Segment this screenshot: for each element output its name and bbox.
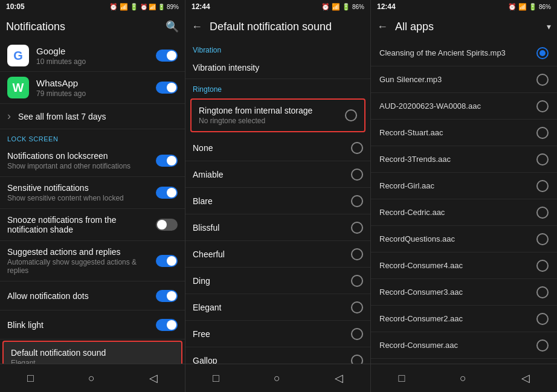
sound-none-label: None bbox=[193, 143, 351, 153]
aud-radio[interactable] bbox=[536, 100, 549, 112]
whatsapp-app-icon: W bbox=[7, 77, 29, 98]
app-item-whatsapp[interactable]: W WhatsApp 79 minutes ago bbox=[0, 72, 185, 104]
snooze-info: Snooze notifications from the notificati… bbox=[7, 215, 156, 234]
alarm-icon-2: ⏰ bbox=[321, 3, 330, 11]
dropdown-icon[interactable]: ▾ bbox=[547, 22, 551, 31]
app-sound-cleansing[interactable]: Cleansing of the Ancient Spirits.mp3 bbox=[371, 40, 557, 66]
lockscreen-toggle[interactable] bbox=[156, 155, 178, 167]
app-sound-gun[interactable]: Gun Silencer.mp3 bbox=[371, 66, 557, 93]
app-sound-aud[interactable]: AUD-20200623-WA0008.aac bbox=[371, 93, 557, 120]
sound-elegant-radio[interactable] bbox=[351, 301, 363, 313]
whatsapp-app-info: WhatsApp 79 minutes ago bbox=[36, 78, 156, 98]
signal-icon: 📶 bbox=[120, 3, 128, 11]
default-sound-title: Default notification sound bbox=[11, 348, 174, 358]
blink-toggle[interactable] bbox=[156, 319, 178, 331]
sound-none[interactable]: None bbox=[185, 135, 370, 161]
sound-none-radio[interactable] bbox=[351, 142, 363, 154]
sound-content: Vibration Vibration intensity Ringtone R… bbox=[185, 40, 370, 364]
app-sound-girl[interactable]: Record-Girl.aac bbox=[371, 173, 557, 199]
sound-blissful[interactable]: Blissful bbox=[185, 214, 370, 241]
snooze-toggle[interactable] bbox=[156, 219, 178, 231]
consumer2-radio[interactable] bbox=[536, 313, 549, 325]
sound-ding[interactable]: Ding bbox=[185, 268, 370, 294]
battery-pct-1: ⏰ 📶 🔋 89% bbox=[140, 4, 179, 10]
stuart-radio[interactable] bbox=[536, 127, 549, 139]
nav-circle-3[interactable]: ○ bbox=[448, 370, 478, 387]
vibration-intensity-item[interactable]: Vibration intensity bbox=[185, 57, 370, 79]
suggested-toggle[interactable] bbox=[156, 255, 178, 267]
app-sound-questions[interactable]: RecordQuestions.aac bbox=[371, 226, 557, 252]
see-all-label: See all from last 7 days bbox=[18, 112, 106, 121]
google-app-name: Google bbox=[36, 46, 156, 56]
app-sound-3trends[interactable]: Record-3Trends.aac bbox=[371, 146, 557, 173]
app-item-google[interactable]: G Google 10 minutes ago bbox=[0, 40, 185, 72]
consumer2-label: Record-Consumer2.aac bbox=[379, 314, 536, 323]
nav-home-3[interactable]: □ bbox=[386, 370, 417, 387]
default-sound-setting[interactable]: Default notification sound Elegant bbox=[2, 341, 182, 364]
snooze-setting[interactable]: Snooze notifications from the notificati… bbox=[0, 209, 185, 241]
ringtone-internal-radio[interactable] bbox=[345, 109, 357, 121]
search-icon[interactable]: 🔍 bbox=[166, 20, 179, 33]
app-sound-consumer2[interactable]: Record-Consumer2.aac bbox=[371, 306, 557, 332]
see-all-item[interactable]: › See all from last 7 days bbox=[0, 104, 185, 129]
back-arrow-3[interactable]: ← bbox=[377, 21, 388, 33]
whatsapp-toggle[interactable] bbox=[156, 82, 178, 94]
dots-setting[interactable]: Allow notification dots bbox=[0, 281, 185, 310]
sensitive-toggle[interactable] bbox=[156, 187, 178, 199]
consumer4-radio[interactable] bbox=[536, 260, 549, 272]
sound-cheerful-radio[interactable] bbox=[351, 248, 363, 260]
bottom-nav-1: □ ○ ◁ bbox=[0, 364, 185, 392]
consumer3-radio[interactable] bbox=[536, 286, 549, 298]
whatsapp-app-name: WhatsApp bbox=[36, 78, 156, 88]
google-toggle[interactable] bbox=[156, 50, 178, 62]
sound-gallop-radio[interactable] bbox=[351, 355, 363, 364]
3trends-radio[interactable] bbox=[536, 153, 549, 165]
sound-ding-radio[interactable] bbox=[351, 275, 363, 287]
app-sound-consumer3[interactable]: Record-Consumer3.aac bbox=[371, 279, 557, 306]
sound-amiable[interactable]: Amiable bbox=[185, 161, 370, 188]
sound-free[interactable]: Free bbox=[185, 321, 370, 347]
ringtone-internal-item[interactable]: Ringtone from internal storage No ringto… bbox=[190, 98, 365, 132]
sound-blissful-radio[interactable] bbox=[351, 222, 363, 234]
nav-home-1[interactable]: □ bbox=[15, 370, 46, 387]
sound-gallop[interactable]: Gallop bbox=[185, 347, 370, 364]
battery-pct-3: 86% bbox=[539, 4, 551, 10]
dots-toggle[interactable] bbox=[156, 290, 178, 302]
nav-circle-2[interactable]: ○ bbox=[262, 370, 292, 387]
lockscreen-info: Notifications on lockscreen Show importa… bbox=[7, 151, 156, 170]
sound-blare-radio[interactable] bbox=[351, 195, 363, 207]
app-sound-ahdb2[interactable]: Record-AHDB2.aac bbox=[371, 359, 557, 364]
girl-radio[interactable] bbox=[536, 180, 549, 192]
aud-label: AUD-20200623-WA0008.aac bbox=[379, 101, 536, 111]
blink-setting[interactable]: Blink light bbox=[0, 310, 185, 339]
consumer-radio[interactable] bbox=[536, 339, 549, 352]
sound-amiable-radio[interactable] bbox=[351, 169, 363, 181]
sensitive-info: Sensitive notifications Show sensitive c… bbox=[7, 183, 156, 202]
cleansing-radio[interactable] bbox=[536, 47, 549, 59]
sound-free-radio[interactable] bbox=[351, 328, 363, 340]
signal-icon-3: 📶 bbox=[518, 3, 527, 11]
app-sound-consumer4[interactable]: Record-Consumer4.aac bbox=[371, 252, 557, 279]
sound-blissful-label: Blissful bbox=[193, 223, 351, 233]
notifications-content: G Google 10 minutes ago W WhatsApp 79 mi… bbox=[0, 40, 185, 364]
nav-circle-1[interactable]: ○ bbox=[76, 370, 107, 387]
nav-home-2[interactable]: □ bbox=[201, 370, 231, 387]
lockscreen-setting[interactable]: Notifications on lockscreen Show importa… bbox=[0, 145, 185, 177]
sound-elegant[interactable]: Elegant bbox=[185, 294, 370, 321]
sound-cheerful[interactable]: Cheerful bbox=[185, 241, 370, 268]
sound-blare[interactable]: Blare bbox=[185, 188, 370, 214]
nav-back-1[interactable]: ◁ bbox=[137, 369, 170, 387]
questions-radio[interactable] bbox=[536, 233, 549, 245]
nav-back-3[interactable]: ◁ bbox=[509, 369, 542, 387]
gun-radio[interactable] bbox=[536, 74, 549, 86]
ringtone-internal-info: Ringtone from internal storage No ringto… bbox=[199, 106, 345, 125]
cedric-radio[interactable] bbox=[536, 207, 549, 219]
app-sound-cedric[interactable]: Record-Cedric.aac bbox=[371, 199, 557, 226]
app-sound-consumer[interactable]: Record-Consumer.aac bbox=[371, 332, 557, 359]
app-sound-stuart[interactable]: Record-Stuart.aac bbox=[371, 120, 557, 146]
suggested-setting[interactable]: Suggested actions and replies Automatica… bbox=[0, 241, 185, 281]
nav-back-2[interactable]: ◁ bbox=[323, 369, 355, 387]
chevron-right-icon: › bbox=[7, 110, 11, 123]
back-arrow-2[interactable]: ← bbox=[192, 21, 202, 33]
sensitive-setting[interactable]: Sensitive notifications Show sensitive c… bbox=[0, 177, 185, 209]
